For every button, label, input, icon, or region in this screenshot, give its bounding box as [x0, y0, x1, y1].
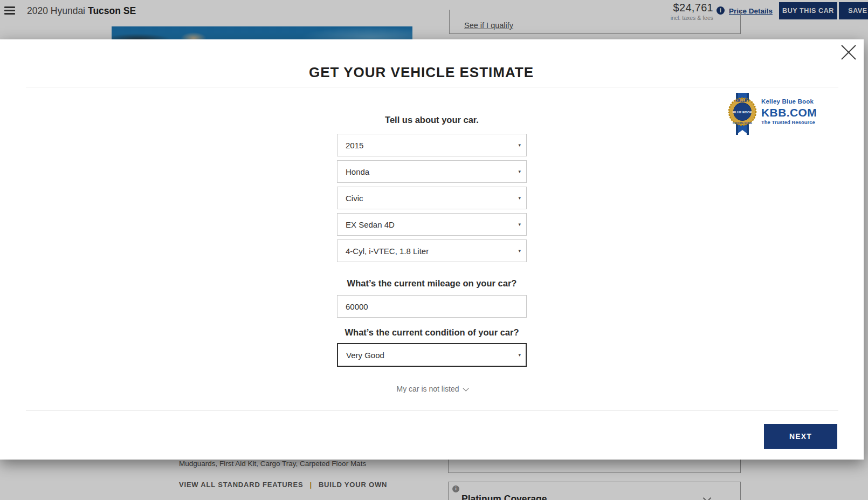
make-select-wrap: Honda ▾ — [337, 160, 527, 183]
not-listed-label: My car is not listed — [397, 385, 459, 393]
mileage-input[interactable] — [337, 295, 527, 318]
divider — [26, 87, 838, 87]
kbb-line2: KBB.COM — [761, 107, 817, 118]
condition-select[interactable]: Very Good — [337, 343, 527, 367]
my-car-not-listed-link[interactable]: My car is not listed — [337, 385, 527, 393]
year-select-wrap: 2015 ▾ — [337, 134, 527, 156]
model-select[interactable]: Civic — [337, 187, 527, 209]
model-select-wrap: Civic ▾ — [337, 187, 527, 209]
trim-select[interactable]: EX Sedan 4D — [337, 213, 527, 236]
mileage-question: What’s the current mileage on your car? — [337, 278, 527, 289]
svg-text:KELLEY: KELLEY — [735, 99, 749, 102]
close-icon[interactable] — [839, 43, 858, 62]
kbb-logo: KELLEY BLUE BOOK OFFICIAL GUIDE Kelley B… — [727, 93, 808, 136]
condition-select-wrap: Very Good ▾ — [337, 343, 527, 367]
section-heading: Tell us about your car. — [337, 115, 527, 125]
condition-question: What’s the current condition of your car… — [337, 327, 527, 338]
engine-select[interactable]: 4-Cyl, i-VTEC, 1.8 Liter — [337, 239, 527, 262]
chevron-down-icon — [463, 385, 469, 391]
year-select[interactable]: 2015 — [337, 134, 527, 156]
kbb-wordmark: Kelley Blue Book KBB.COM The Trusted Res… — [761, 99, 817, 125]
svg-text:OFFICIAL GUIDE: OFFICIAL GUIDE — [733, 122, 752, 125]
kbb-line3: The Trusted Resource — [761, 120, 817, 125]
vehicle-estimate-modal: GET YOUR VEHICLE ESTIMATE KELLEY BLUE BO… — [0, 39, 864, 460]
trim-select-wrap: EX Sedan 4D ▾ — [337, 213, 527, 236]
engine-select-wrap: 4-Cyl, i-VTEC, 1.8 Liter ▾ — [337, 239, 527, 262]
modal-title: GET YOUR VEHICLE ESTIMATE — [0, 64, 843, 81]
next-button[interactable]: NEXT — [764, 424, 837, 449]
svg-text:BLUE BOOK: BLUE BOOK — [733, 111, 753, 114]
kbb-line1: Kelley Blue Book — [761, 99, 817, 105]
make-select[interactable]: Honda — [337, 160, 527, 183]
kbb-badge-icon: KELLEY BLUE BOOK OFFICIAL GUIDE — [727, 93, 758, 136]
divider — [26, 410, 838, 411]
